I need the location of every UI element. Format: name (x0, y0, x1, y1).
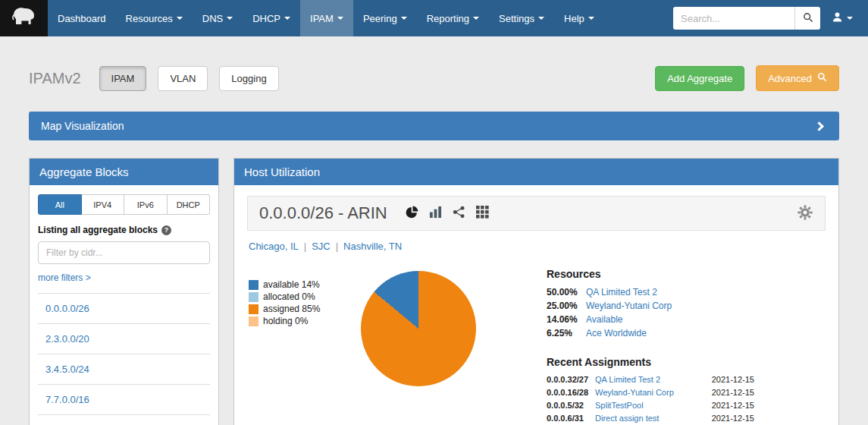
aggregate-blocks-panel: Aggregate Blocks All IPV4 IPv6 DHCP List… (29, 158, 219, 425)
search-button[interactable] (794, 7, 820, 30)
resource-link[interactable]: Weyland-Yutani Corp (586, 301, 672, 311)
nav-dhcp[interactable]: DHCP (243, 0, 300, 36)
nav-ipam[interactable]: IPAM (300, 0, 353, 36)
content-columns: Aggregate Blocks All IPV4 IPv6 DHCP List… (29, 158, 839, 425)
nav-resources[interactable]: Resources (116, 0, 193, 36)
aggregate-blocks-header: Aggregate Blocks (30, 159, 218, 185)
tab-all[interactable]: All (38, 194, 82, 215)
navbar-right (673, 0, 868, 36)
view-button-logging[interactable]: Logging (219, 66, 278, 91)
location-links: Chicago, IL|SJC|Nashville, TN (247, 231, 826, 252)
pie-legend: available 14% allocated 0% assigned 85% … (249, 268, 361, 425)
aggregate-blocks-body: All IPV4 IPv6 DHCP Listing all aggregate… (30, 185, 218, 425)
location-link[interactable]: SJC (312, 241, 331, 252)
bar-chart-view-button[interactable] (429, 206, 442, 221)
aggregate-block-list: 0.0.0.0/26 2.3.0.0/20 3.4.5.0/24 7.7.0.0… (38, 293, 210, 425)
separator: | (304, 241, 306, 252)
location-link[interactable]: Chicago, IL (249, 241, 299, 252)
page-header: IPAMv2 IPAM VLAN Logging Add Aggregate A… (29, 65, 839, 91)
aggregate-block-row[interactable]: 3.4.5.0/24 (38, 354, 210, 385)
legend-swatch-allocated (249, 292, 259, 302)
mammoth-icon (9, 5, 39, 32)
aggregate-block-row[interactable]: 2.3.0.0/20 (38, 324, 210, 354)
resources-heading: Resources (547, 268, 754, 280)
legend-swatch-assigned (249, 304, 259, 314)
view-button-ipam[interactable]: IPAM (99, 66, 147, 91)
add-aggregate-button[interactable]: Add Aggregate (655, 66, 744, 91)
tab-ipv4[interactable]: IPV4 (82, 194, 125, 215)
grid-icon (476, 206, 489, 221)
app-logo[interactable] (0, 0, 48, 36)
legend-swatch-holding (249, 316, 259, 326)
nav-settings[interactable]: Settings (489, 0, 554, 36)
caret-down-icon (227, 17, 233, 20)
map-visualization-bar[interactable]: Map Visualization (29, 112, 839, 140)
caret-down-icon (538, 17, 544, 20)
gear-icon (797, 204, 813, 223)
resources-column: Resources 50.00%QA Limited Test 2 25.00%… (547, 268, 754, 425)
recent-assignments-heading: Recent Assignments (547, 356, 754, 368)
chevron-right-icon (814, 121, 824, 131)
share-icon (453, 206, 465, 221)
assignment-link[interactable]: SplitTestPool (595, 401, 712, 410)
aggregate-filter-tabs: All IPV4 IPv6 DHCP (38, 194, 210, 215)
user-menu[interactable] (820, 11, 865, 26)
assignment-link[interactable]: Weyland-Yutani Corp (595, 388, 712, 397)
resource-link[interactable]: Ace Worldwide (586, 328, 647, 338)
assignment-row: 0.0.0.5/32SplitTestPool2021-12-15 (547, 401, 754, 410)
assignment-link[interactable]: QA Limited Test 2 (595, 375, 712, 384)
pie-chart-view-button[interactable] (406, 206, 418, 221)
assignment-row: 0.0.0.16/28Weyland-Yutani Corp2021-12-15 (547, 388, 754, 397)
search-input[interactable] (673, 7, 794, 30)
assignment-link[interactable]: Direct assign test (595, 414, 712, 423)
more-filters-link[interactable]: more filters > (38, 272, 91, 283)
map-visualization-label: Map Visualization (41, 120, 124, 132)
listing-label: Listing all aggregate blocks ? (38, 225, 210, 235)
utilization-pie-chart (361, 271, 476, 386)
search-icon (817, 72, 827, 84)
bar-chart-icon (429, 206, 442, 221)
aggregate-block-row[interactable] (38, 415, 210, 425)
legend-swatch-available (249, 280, 259, 290)
legend-item: holding 0% (249, 316, 361, 327)
advanced-button[interactable]: Advanced (756, 65, 839, 91)
search-icon (803, 12, 813, 25)
legend-item: allocated 0% (249, 291, 361, 303)
resource-row: 6.25%Ace Worldwide (547, 328, 754, 338)
resource-row: 50.00%QA Limited Test 2 (547, 287, 754, 298)
legend-item: available 14% (249, 279, 361, 291)
nav-help[interactable]: Help (554, 0, 604, 36)
resource-row: 14.06%Available (547, 314, 754, 325)
legend-item: assigned 85% (249, 304, 361, 315)
nav-dashboard[interactable]: Dashboard (48, 0, 116, 36)
grid-view-button[interactable] (476, 206, 489, 221)
share-button[interactable] (453, 206, 465, 221)
nav-peering[interactable]: Peering (353, 0, 417, 36)
caret-down-icon (847, 17, 853, 20)
nav-dns[interactable]: DNS (193, 0, 243, 36)
settings-button[interactable] (797, 204, 813, 223)
nav-reporting[interactable]: Reporting (417, 0, 489, 36)
utilization-chart-row: available 14% allocated 0% assigned 85% … (247, 252, 826, 425)
help-icon[interactable]: ? (161, 225, 171, 235)
cidr-filter-input[interactable] (38, 241, 210, 264)
caret-down-icon (473, 17, 479, 20)
pie-chart-icon (406, 206, 418, 221)
block-title: 0.0.0.0/26 - ARIN (259, 203, 387, 223)
tab-ipv6[interactable]: IPv6 (124, 194, 168, 215)
location-link[interactable]: Nashville, TN (343, 241, 402, 252)
separator: | (336, 241, 338, 252)
top-navbar: Dashboard Resources DNS DHCP IPAM Peerin… (0, 0, 868, 36)
recent-assignments: Recent Assignments 0.0.0.32/27QA Limited… (547, 356, 754, 425)
resource-row: 25.00%Weyland-Yutani Corp (547, 301, 754, 311)
assignment-row: 0.0.0.32/27QA Limited Test 22021-12-15 (547, 375, 754, 384)
aggregate-block-row[interactable]: 0.0.0.0/26 (38, 294, 210, 324)
tab-dhcp[interactable]: DHCP (168, 194, 211, 215)
aggregate-block-row[interactable]: 7.7.0.0/16 (38, 385, 210, 415)
view-button-vlan[interactable]: VLAN (158, 66, 208, 91)
resource-link[interactable]: Available (586, 314, 622, 325)
page-title: IPAMv2 (29, 70, 81, 87)
host-utilization-header: Host Utilization (234, 159, 838, 185)
caret-down-icon (177, 17, 183, 20)
resource-link[interactable]: QA Limited Test 2 (586, 287, 657, 298)
